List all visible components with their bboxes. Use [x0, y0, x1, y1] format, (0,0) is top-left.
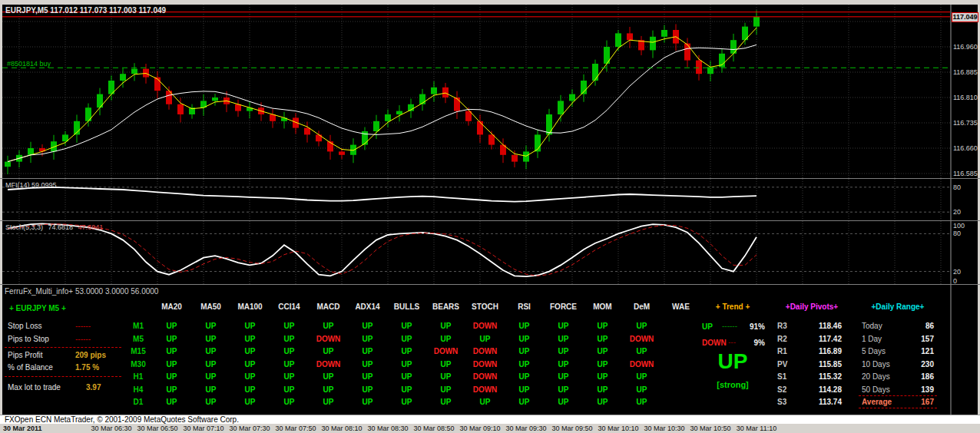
- time-axis-label: 30 Mar 07:30: [227, 425, 273, 432]
- status-bar-text: FXOpen ECN MetaTrader, © 2001-2009 MetaQ…: [5, 415, 239, 424]
- time-axis-label: 30 Mar 06:30: [88, 425, 134, 432]
- time-axis-label: 30 Mar 10:30: [641, 425, 687, 432]
- stoch-panel[interactable]: [2, 221, 978, 284]
- time-axis-label: 30 Mar 07:10: [180, 425, 227, 432]
- time-axis-label: 30 Mar 11:10: [733, 425, 780, 432]
- time-axis-label: 30 Mar 06:50: [134, 425, 180, 432]
- time-axis[interactable]: 30 Mar 201130 Mar 06:3030 Mar 06:5030 Ma…: [0, 424, 980, 433]
- time-axis-label: 30 Mar 10:10: [595, 425, 641, 432]
- time-axis-label: 30 Mar 08:30: [365, 425, 411, 432]
- main-chart-panel[interactable]: [2, 5, 978, 178]
- metatrader-window: EURJPY,M5 117.012 117.073 117.003 117.04…: [0, 0, 980, 433]
- status-bar: FXOpen ECN MetaTrader, © 2001-2009 MetaQ…: [0, 415, 980, 424]
- time-axis-label: 30 Mar 08:50: [411, 425, 457, 432]
- multi-info-panel: [2, 285, 978, 415]
- mfi-panel[interactable]: [2, 179, 978, 220]
- time-axis-label: 30 Mar 09:30: [503, 425, 549, 432]
- panel-separator[interactable]: [0, 220, 980, 221]
- time-axis-label: 30 Mar 09:50: [549, 425, 595, 432]
- time-axis-label: 30 Mar 09:10: [457, 425, 503, 432]
- time-axis-label: 30 Mar 08:10: [319, 425, 365, 432]
- panel-separator[interactable]: [0, 178, 980, 179]
- time-axis-label: 30 Mar 2011: [3, 425, 42, 432]
- time-axis-label: 30 Mar 10:50: [687, 425, 733, 432]
- panel-separator[interactable]: [0, 284, 980, 285]
- time-axis-label: 30 Mar 07:50: [273, 425, 319, 432]
